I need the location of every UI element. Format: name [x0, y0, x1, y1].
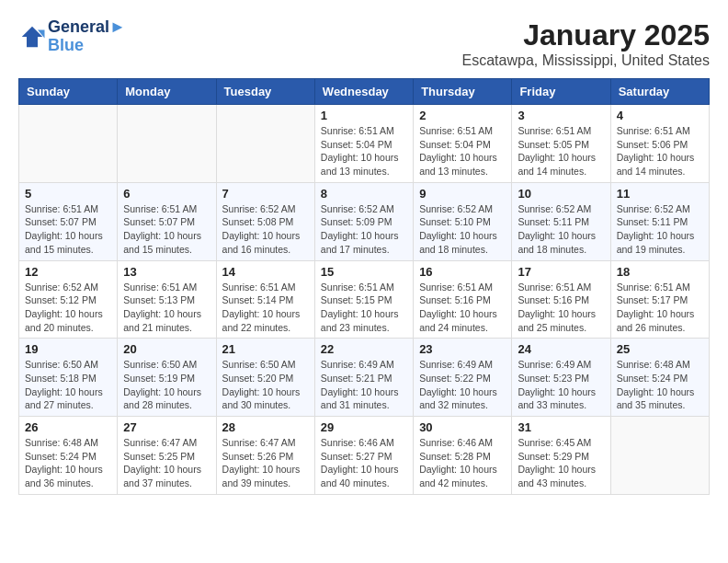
day-number: 23 — [419, 342, 506, 356]
day-info: Sunrise: 6:51 AMSunset: 5:07 PMDaylight:… — [25, 202, 111, 257]
calendar-header-row: Sunday Monday Tuesday Wednesday Thursday… — [19, 79, 710, 105]
day-number: 24 — [518, 342, 604, 356]
calendar-table: Sunday Monday Tuesday Wednesday Thursday… — [18, 78, 710, 495]
table-row: 13Sunrise: 6:51 AMSunset: 5:13 PMDayligh… — [118, 260, 216, 339]
day-info: Sunrise: 6:45 AMSunset: 5:29 PMDaylight:… — [518, 436, 604, 490]
day-number: 31 — [518, 420, 604, 434]
day-number: 30 — [419, 420, 506, 434]
day-number: 11 — [617, 187, 703, 201]
table-row: 29Sunrise: 6:46 AMSunset: 5:27 PMDayligh… — [314, 417, 413, 495]
day-number: 10 — [518, 187, 604, 201]
table-row — [610, 417, 709, 495]
day-number: 22 — [321, 342, 407, 356]
day-number: 3 — [518, 109, 604, 122]
day-number: 21 — [222, 342, 309, 356]
table-row: 26Sunrise: 6:48 AMSunset: 5:24 PMDayligh… — [19, 417, 118, 495]
day-info: Sunrise: 6:51 AMSunset: 5:14 PMDaylight:… — [222, 281, 309, 335]
day-number: 9 — [419, 187, 506, 201]
table-row: 24Sunrise: 6:49 AMSunset: 5:23 PMDayligh… — [512, 339, 610, 417]
table-row: 2Sunrise: 6:51 AMSunset: 5:04 PMDaylight… — [414, 105, 512, 183]
table-row: 19Sunrise: 6:50 AMSunset: 5:18 PMDayligh… — [19, 339, 118, 417]
day-info: Sunrise: 6:52 AMSunset: 5:10 PMDaylight:… — [419, 202, 506, 257]
day-number: 7 — [222, 187, 309, 201]
table-row: 30Sunrise: 6:46 AMSunset: 5:28 PMDayligh… — [414, 417, 512, 495]
logo-text: General► Blue — [48, 18, 126, 55]
table-row: 22Sunrise: 6:49 AMSunset: 5:21 PMDayligh… — [314, 339, 413, 417]
day-number: 2 — [419, 109, 506, 122]
table-row: 16Sunrise: 6:51 AMSunset: 5:16 PMDayligh… — [414, 260, 512, 339]
day-info: Sunrise: 6:48 AMSunset: 5:24 PMDaylight:… — [617, 358, 703, 412]
header-sunday: Sunday — [19, 79, 118, 105]
svg-marker-0 — [22, 27, 43, 48]
table-row: 27Sunrise: 6:47 AMSunset: 5:25 PMDayligh… — [118, 417, 216, 495]
day-info: Sunrise: 6:51 AMSunset: 5:16 PMDaylight:… — [419, 281, 506, 335]
table-row: 10Sunrise: 6:52 AMSunset: 5:11 PMDayligh… — [512, 182, 610, 260]
header-wednesday: Wednesday — [314, 79, 413, 105]
day-number: 5 — [25, 187, 111, 201]
day-info: Sunrise: 6:47 AMSunset: 5:26 PMDaylight:… — [222, 436, 309, 490]
day-info: Sunrise: 6:46 AMSunset: 5:27 PMDaylight:… — [321, 436, 407, 490]
table-row — [118, 105, 216, 183]
day-info: Sunrise: 6:51 AMSunset: 5:04 PMDaylight:… — [321, 124, 407, 178]
table-row: 21Sunrise: 6:50 AMSunset: 5:20 PMDayligh… — [216, 339, 314, 417]
day-number: 16 — [419, 265, 506, 279]
day-number: 14 — [222, 265, 309, 279]
table-row: 3Sunrise: 6:51 AMSunset: 5:05 PMDaylight… — [512, 105, 610, 183]
table-row: 6Sunrise: 6:51 AMSunset: 5:07 PMDaylight… — [118, 182, 216, 260]
day-info: Sunrise: 6:51 AMSunset: 5:05 PMDaylight:… — [518, 124, 604, 178]
day-info: Sunrise: 6:51 AMSunset: 5:16 PMDaylight:… — [518, 281, 604, 335]
table-row: 11Sunrise: 6:52 AMSunset: 5:11 PMDayligh… — [610, 182, 709, 260]
table-row: 12Sunrise: 6:52 AMSunset: 5:12 PMDayligh… — [19, 260, 118, 339]
page-header: General► Blue January 2025 Escatawpa, Mi… — [18, 18, 710, 69]
header-tuesday: Tuesday — [216, 79, 314, 105]
table-row: 23Sunrise: 6:49 AMSunset: 5:22 PMDayligh… — [414, 339, 512, 417]
header-thursday: Thursday — [414, 79, 512, 105]
day-info: Sunrise: 6:52 AMSunset: 5:08 PMDaylight:… — [222, 202, 309, 257]
day-info: Sunrise: 6:49 AMSunset: 5:22 PMDaylight:… — [419, 358, 506, 412]
day-number: 13 — [123, 265, 210, 279]
day-number: 8 — [321, 187, 407, 201]
day-info: Sunrise: 6:47 AMSunset: 5:25 PMDaylight:… — [123, 436, 210, 490]
table-row — [19, 105, 118, 183]
day-info: Sunrise: 6:52 AMSunset: 5:12 PMDaylight:… — [25, 281, 111, 335]
day-info: Sunrise: 6:52 AMSunset: 5:11 PMDaylight:… — [518, 202, 604, 257]
day-number: 12 — [25, 265, 111, 279]
day-number: 29 — [321, 420, 407, 434]
day-info: Sunrise: 6:46 AMSunset: 5:28 PMDaylight:… — [419, 436, 506, 490]
calendar-week-row: 19Sunrise: 6:50 AMSunset: 5:18 PMDayligh… — [19, 339, 710, 417]
day-number: 15 — [321, 265, 407, 279]
table-row: 31Sunrise: 6:45 AMSunset: 5:29 PMDayligh… — [512, 417, 610, 495]
table-row: 8Sunrise: 6:52 AMSunset: 5:09 PMDaylight… — [314, 182, 413, 260]
table-row: 20Sunrise: 6:50 AMSunset: 5:19 PMDayligh… — [118, 339, 216, 417]
day-info: Sunrise: 6:51 AMSunset: 5:15 PMDaylight:… — [321, 281, 407, 335]
day-number: 17 — [518, 265, 604, 279]
calendar-week-row: 12Sunrise: 6:52 AMSunset: 5:12 PMDayligh… — [19, 260, 710, 339]
calendar-week-row: 1Sunrise: 6:51 AMSunset: 5:04 PMDaylight… — [19, 105, 710, 183]
table-row: 4Sunrise: 6:51 AMSunset: 5:06 PMDaylight… — [610, 105, 709, 183]
day-info: Sunrise: 6:51 AMSunset: 5:13 PMDaylight:… — [123, 281, 210, 335]
day-number: 25 — [617, 342, 703, 356]
table-row: 14Sunrise: 6:51 AMSunset: 5:14 PMDayligh… — [216, 260, 314, 339]
table-row: 5Sunrise: 6:51 AMSunset: 5:07 PMDaylight… — [19, 182, 118, 260]
table-row: 17Sunrise: 6:51 AMSunset: 5:16 PMDayligh… — [512, 260, 610, 339]
day-info: Sunrise: 6:51 AMSunset: 5:06 PMDaylight:… — [617, 124, 703, 178]
day-info: Sunrise: 6:51 AMSunset: 5:07 PMDaylight:… — [123, 202, 210, 257]
logo: General► Blue — [18, 18, 126, 55]
day-number: 28 — [222, 420, 309, 434]
calendar-subtitle: Escatawpa, Mississippi, United States — [462, 52, 710, 69]
header-friday: Friday — [512, 79, 610, 105]
day-number: 19 — [25, 342, 111, 356]
table-row: 25Sunrise: 6:48 AMSunset: 5:24 PMDayligh… — [610, 339, 709, 417]
calendar-title: January 2025 — [462, 18, 710, 52]
day-info: Sunrise: 6:52 AMSunset: 5:09 PMDaylight:… — [321, 202, 407, 257]
table-row: 28Sunrise: 6:47 AMSunset: 5:26 PMDayligh… — [216, 417, 314, 495]
table-row: 18Sunrise: 6:51 AMSunset: 5:17 PMDayligh… — [610, 260, 709, 339]
table-row: 1Sunrise: 6:51 AMSunset: 5:04 PMDaylight… — [314, 105, 413, 183]
day-number: 4 — [617, 109, 703, 122]
header-saturday: Saturday — [610, 79, 709, 105]
table-row: 9Sunrise: 6:52 AMSunset: 5:10 PMDaylight… — [414, 182, 512, 260]
logo-icon — [18, 23, 46, 51]
calendar-week-row: 26Sunrise: 6:48 AMSunset: 5:24 PMDayligh… — [19, 417, 710, 495]
day-info: Sunrise: 6:51 AMSunset: 5:04 PMDaylight:… — [419, 124, 506, 178]
day-number: 27 — [123, 420, 210, 434]
